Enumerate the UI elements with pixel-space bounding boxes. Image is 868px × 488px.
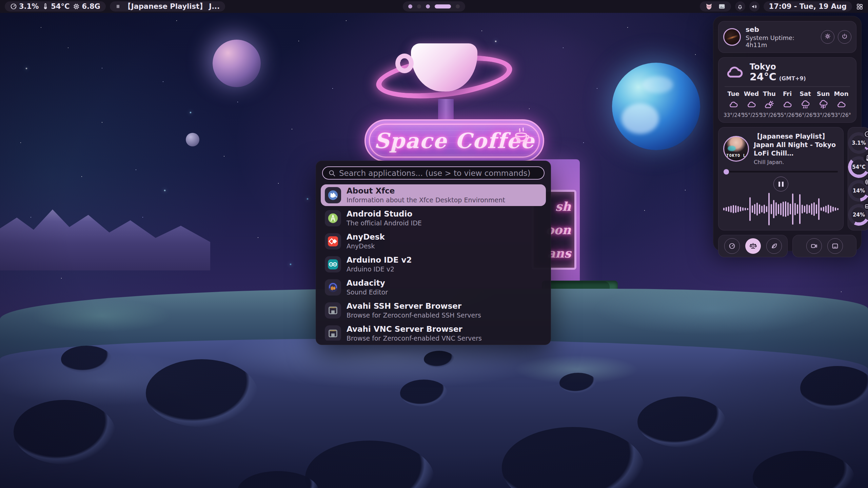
- launcher-item[interactable]: AnyDeskAnyDesk: [321, 230, 546, 252]
- system-gauges-card: 3.1%54°C14%24%: [848, 127, 868, 230]
- waveform-bar: [799, 194, 801, 224]
- waveform-bar: [766, 206, 767, 212]
- launcher-item[interactable]: Android StudioThe official Android IDE: [321, 207, 546, 229]
- username: seb: [746, 25, 816, 34]
- forecast-temps: 35°/25°: [742, 112, 761, 118]
- power-button[interactable]: [838, 30, 851, 44]
- workspace-dot[interactable]: [435, 4, 451, 8]
- speedometer-icon: [864, 130, 868, 138]
- system-gauge: 54°C: [848, 156, 868, 178]
- music-player-card: TOKYO L 【Japanese Playlist】 Japan All Ni…: [718, 127, 844, 230]
- waveform-bar: [749, 197, 751, 221]
- forecast-day-label: Sun: [817, 90, 830, 97]
- rain-icon: [800, 100, 810, 110]
- waveform-bar: [811, 203, 812, 215]
- desktop: sh oon ans Space Coffee: [0, 0, 868, 488]
- workspace-indicator[interactable]: [403, 1, 465, 12]
- launcher-item[interactable]: About XfceInformation about the Xfce Des…: [321, 184, 546, 206]
- waveform-bar: [759, 204, 760, 214]
- forecast-day: Fri35°/26°: [778, 90, 796, 118]
- workspace-dot[interactable]: [426, 4, 430, 8]
- power-profiles-card: [718, 235, 788, 257]
- weather-card: Tokyo 24°C (GMT+9) Tue33°/24°Wed35°/25°T…: [718, 57, 856, 123]
- bell-icon: [737, 3, 743, 10]
- cloud-icon: [746, 100, 756, 110]
- clock-pill[interactable]: 17:09 - Tue, 19 Aug: [764, 1, 852, 12]
- app-description: AnyDesk: [347, 242, 385, 250]
- audacity-app-icon: [325, 279, 341, 296]
- waveform-bar: [735, 205, 736, 213]
- volume-button[interactable]: [749, 1, 760, 12]
- waveform-bar: [761, 206, 763, 212]
- waveform-bar: [780, 203, 782, 215]
- waveform-bar: [752, 205, 753, 213]
- notifications-button[interactable]: [735, 1, 745, 12]
- search-bar[interactable]: [322, 166, 545, 180]
- pause-button[interactable]: [773, 177, 788, 191]
- search-input[interactable]: [339, 169, 538, 178]
- waveform-bar: [825, 206, 827, 212]
- waveform-bar: [745, 208, 746, 210]
- uptime: System Uptime: 4h11m: [746, 34, 816, 48]
- power-icon: [841, 33, 848, 41]
- screen-record-button[interactable]: [806, 238, 822, 254]
- launcher-item[interactable]: Arduino IDE v2Arduino IDE v2: [321, 253, 546, 275]
- waveform-bar: [775, 202, 777, 216]
- waveform-bar: [787, 202, 789, 216]
- power-profile-leaf-button[interactable]: [766, 238, 782, 254]
- clock: 17:09 - Tue, 19 Aug: [769, 2, 847, 11]
- waveform-bar: [726, 207, 727, 211]
- cloud-icon: [728, 100, 738, 110]
- forecast-day: Sun33°/26°: [814, 90, 832, 118]
- forecast-day-label: Thu: [763, 90, 776, 97]
- waveform-bar: [804, 206, 805, 212]
- audio-waveform: [723, 193, 839, 225]
- waveform-bar: [802, 205, 803, 214]
- waveform-bar: [809, 205, 810, 213]
- app-name: AnyDesk: [347, 232, 385, 242]
- speedometer-icon: [10, 3, 17, 10]
- forecast-day: Tue33°/24°: [725, 90, 742, 118]
- thermometer-icon: [42, 3, 49, 10]
- app-description: Sound Editor: [347, 288, 388, 297]
- gear-icon: [824, 33, 831, 41]
- launcher-results: About XfceInformation about the Xfce Des…: [321, 184, 546, 341]
- track-subtitle: Chill Japan.: [754, 159, 839, 165]
- cpu-usage: 3.1%: [19, 2, 39, 11]
- user-card: seb System Uptime: 4h11m: [718, 21, 856, 53]
- waveform-bar: [806, 204, 808, 214]
- app-description: Browse for Zeroconf-enabled SSH Servers: [347, 311, 481, 320]
- chip-icon: [864, 178, 868, 186]
- workspace-dot[interactable]: [417, 4, 421, 8]
- launcher-item[interactable]: AudacitySound Editor: [321, 277, 546, 298]
- wallpaper-icon[interactable]: [718, 3, 726, 10]
- anydesk-app-icon: [325, 233, 341, 249]
- waveform-bar: [837, 208, 839, 210]
- launcher-item[interactable]: Avahi VNC Server BrowserBrowse for Zeroc…: [321, 323, 546, 341]
- storm-icon: [818, 100, 828, 110]
- waveform-bar: [830, 206, 831, 212]
- waveform-bar: [768, 193, 770, 225]
- track-progress[interactable]: [724, 171, 838, 172]
- waveform-bar: [792, 194, 793, 225]
- settings-button[interactable]: [821, 30, 834, 44]
- workspace-dot[interactable]: [456, 4, 460, 8]
- waveform-bar: [747, 208, 748, 210]
- workspace-dot[interactable]: [408, 4, 412, 8]
- waveform-bar: [790, 204, 791, 215]
- forecast-day-label: Sat: [800, 90, 811, 97]
- power-profile-scales-button[interactable]: [745, 238, 761, 254]
- pause-icon: [115, 4, 121, 9]
- quick-actions-card: [792, 235, 856, 257]
- power-profile-speedometer-button[interactable]: [724, 238, 740, 254]
- launcher-item[interactable]: Avahi SSH Server BrowserBrowse for Zeroc…: [321, 300, 546, 321]
- now-playing-pill[interactable]: 【Japanese Playlist】 J...: [110, 1, 225, 12]
- screenshot-button[interactable]: [827, 238, 843, 254]
- weather-timezone: (GMT+9): [779, 76, 806, 82]
- waveform-bar: [742, 207, 744, 211]
- progress-knob[interactable]: [724, 169, 729, 175]
- apps-grid-icon[interactable]: [856, 3, 863, 10]
- waveform-bar: [813, 202, 815, 216]
- pet-icon[interactable]: [705, 3, 713, 10]
- app-description: Information about the Xfce Desktop Envir…: [347, 196, 505, 204]
